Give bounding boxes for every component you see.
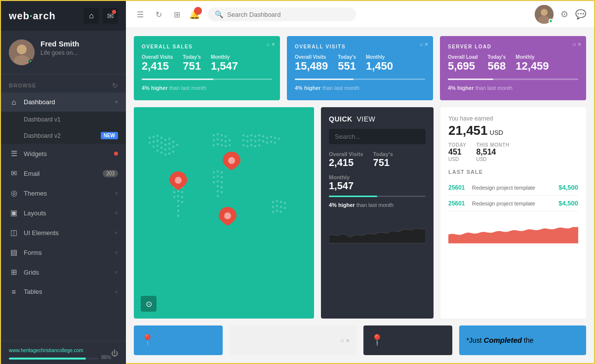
svg-rect-7 — [149, 137, 151, 139]
svg-rect-71 — [177, 205, 179, 207]
svg-rect-93 — [242, 144, 244, 146]
svg-rect-45 — [229, 144, 231, 146]
sidebar-item-dashboard-v2[interactable]: Dashboard v2 NEW — [1, 127, 126, 144]
footer-left: www.heritagechristiancollege.com 86% — [9, 346, 111, 360]
visits-card-controls[interactable]: ○ × — [419, 41, 428, 48]
server-card-controls[interactable]: ○ × — [572, 41, 581, 48]
svg-rect-99 — [276, 200, 278, 202]
sales-monthly-label: Monthly — [211, 54, 238, 60]
svg-rect-103 — [276, 205, 278, 207]
bottom-location-card-2: 📍 — [363, 325, 452, 355]
sales-card-controls[interactable]: ○ × — [266, 41, 275, 48]
sidebar-item-ui-elements[interactable]: ◫ UI Elements < — [1, 223, 126, 243]
svg-rect-88 — [258, 139, 260, 141]
sidebar-item-tables[interactable]: ≡ Tables < — [1, 282, 126, 301]
online-indicator — [29, 59, 34, 64]
svg-rect-74 — [242, 134, 244, 136]
server-progress-fill — [448, 79, 493, 80]
sale-amount-1: $4,500 — [558, 184, 578, 191]
quick-chart-area — [329, 212, 426, 246]
map-card: ⊙ — [134, 107, 314, 319]
svg-rect-81 — [270, 136, 272, 138]
svg-rect-94 — [246, 145, 248, 147]
revenue-card: You have earned 21,451 USD TODAY 451 USD — [440, 107, 586, 319]
svg-rect-53 — [217, 180, 219, 182]
sales-card-stats: Overall Visits 2,415 Today's 751 Monthly… — [142, 54, 272, 73]
sale-desc-2: Redesign project template — [472, 201, 555, 206]
server-today-value: 568 — [488, 60, 506, 73]
visits-card-stats: Overall Visits 15,489 Today's 551 Monthl… — [295, 54, 425, 73]
svg-rect-50 — [217, 175, 219, 177]
footer-url-link[interactable]: www.heritagechristiancollege.com — [9, 348, 83, 353]
quick-stat-visits: Overall Visits 2,415 — [329, 151, 363, 168]
grid-view-icon[interactable]: ⊞ — [171, 7, 183, 22]
svg-rect-96 — [254, 145, 256, 147]
svg-rect-20 — [153, 146, 155, 148]
last-sale-label: LAST SALE — [448, 169, 578, 175]
sidebar-item-widgets[interactable]: ☰ Widgets — [1, 144, 126, 163]
refresh-icon[interactable]: ↻ — [153, 7, 165, 22]
location-pin-icon-2: 📍 — [370, 334, 384, 347]
quick-stat-monthly-row: Monthly 1,547 — [329, 174, 426, 192]
ui-elements-arrow: < — [115, 230, 118, 236]
svg-rect-27 — [157, 150, 159, 152]
notification-bell[interactable]: 🔔 — [189, 9, 200, 20]
svg-rect-57 — [217, 190, 219, 192]
search-input[interactable] — [227, 11, 349, 18]
svg-rect-89 — [262, 140, 264, 142]
chat-icon[interactable]: 💬 — [575, 9, 586, 20]
svg-rect-70 — [181, 201, 183, 203]
sidebar-item-forms[interactable]: ▤ Forms < — [1, 243, 126, 262]
svg-rect-65 — [181, 191, 183, 193]
svg-rect-102 — [272, 206, 274, 208]
visits-stat-monthly: Monthly 1,450 — [366, 54, 393, 73]
topbar-right-actions: ⚙ 💬 — [535, 5, 586, 24]
power-icon[interactable]: ⏻ — [111, 349, 118, 357]
map-target-button[interactable]: ⊙ — [141, 296, 157, 312]
svg-rect-79 — [262, 135, 264, 137]
earned-today-col: TODAY 451 USD — [448, 142, 466, 162]
user-tagline: Life goes on... — [40, 49, 118, 56]
user-info: Fred Smith Life goes on... — [40, 40, 118, 56]
sidebar-item-dashboard-v1[interactable]: Dashboard v1 — [1, 112, 126, 127]
sale-row-1: 25601 Redesign project template $4,500 — [448, 180, 578, 196]
visits-monthly-label: Monthly — [366, 54, 393, 60]
visits-footer-text: 4% higher than last month — [295, 85, 425, 91]
gray-card-controls[interactable]: ○ × — [340, 337, 350, 344]
svg-rect-14 — [153, 141, 155, 143]
footer-bottom: 86% — [9, 355, 111, 360]
svg-point-111 — [224, 212, 231, 219]
svg-rect-54 — [221, 181, 223, 183]
svg-rect-40 — [229, 139, 231, 141]
middle-row: ⊙ QUICK VIEW Overall Visits — [134, 107, 586, 319]
home-nav-btn[interactable]: ⌂ — [83, 8, 99, 24]
quick-search-input[interactable] — [335, 133, 420, 140]
svg-rect-98 — [272, 201, 274, 203]
menu-toggle-icon[interactable]: ☰ — [134, 7, 147, 22]
svg-point-4 — [541, 9, 548, 16]
server-load-value: 5,695 — [448, 60, 478, 73]
sidebar-item-label-ui-elements: UI Elements — [24, 229, 115, 237]
sidebar-item-layouts[interactable]: ▣ Layouts < — [1, 203, 126, 223]
grids-icon: ⊞ — [9, 268, 19, 277]
sidebar-item-label-dashboard: Dashboard — [24, 98, 115, 106]
quick-chart-svg — [329, 212, 426, 246]
sidebar-item-grids[interactable]: ⊞ Grids < — [1, 262, 126, 282]
topbar-avatar[interactable] — [535, 5, 554, 24]
svg-rect-10 — [160, 137, 162, 139]
mail-nav-btn[interactable]: ✉ — [102, 8, 118, 24]
quick-visits-value: 2,415 — [329, 157, 363, 168]
logo-nav-icons: ⌂ ✉ — [83, 8, 118, 24]
svg-rect-35 — [225, 135, 227, 137]
sidebar-item-themes[interactable]: ◎ Themes < — [1, 183, 126, 203]
svg-point-1 — [17, 44, 27, 54]
quick-progress-fill — [329, 196, 377, 197]
svg-rect-32 — [213, 134, 215, 136]
dashboard-icon: ⌂ — [9, 98, 19, 106]
quick-footer-text: 4% higher than last month — [329, 202, 426, 208]
sidebar-item-dashboard[interactable]: ⌂ Dashboard ▾ — [1, 92, 126, 112]
settings-icon[interactable]: ⚙ — [560, 9, 568, 20]
browse-refresh-icon[interactable]: ↻ — [112, 81, 118, 89]
today-col-label: TODAY — [448, 142, 466, 148]
sidebar-item-email[interactable]: ✉ Email 203 — [1, 163, 126, 183]
